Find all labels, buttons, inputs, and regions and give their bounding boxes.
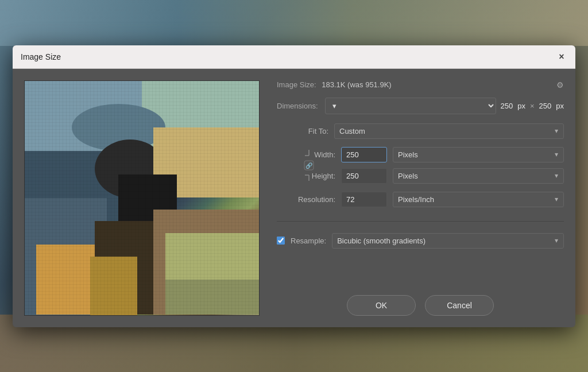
dimensions-dropdown[interactable]: ▾	[325, 98, 496, 114]
resolution-row: Resolution: Pixels/Inch Pixels/Centimete…	[295, 192, 564, 207]
dim-width-value: 250	[501, 102, 513, 110]
dim-separator: ×	[530, 102, 535, 110]
pixel-overlay	[25, 81, 259, 315]
fit-to-row: Fit To: Custom Original Size Screen Reso…	[277, 123, 564, 139]
button-row: OK Cancel	[277, 289, 564, 316]
width-unit-select[interactable]: Pixels Inches Centimeters Millimeters Po…	[393, 147, 564, 162]
resolution-label: Resolution:	[295, 195, 335, 204]
height-row: Height: Pixels Inches Centimeters Millim…	[277, 168, 564, 184]
link-icon[interactable]: 🔗	[303, 150, 315, 181]
width-label: Width:	[295, 150, 335, 159]
dimensions-row: Dimensions: ▾ 250 px × 250 px	[277, 98, 564, 114]
resample-checkbox[interactable]	[277, 237, 285, 245]
link-icon-container: 🔗	[303, 150, 315, 181]
resample-method-wrapper: Automatic Preserve Details (enlargement)…	[332, 233, 564, 249]
settings-icon[interactable]: ⚙	[556, 80, 564, 90]
controls-panel: Image Size: 183.1K (was 951.9K) ⚙ Dimens…	[277, 80, 564, 316]
divider	[277, 221, 564, 222]
ok-button[interactable]: OK	[347, 295, 416, 316]
height-input[interactable]	[341, 168, 387, 184]
resample-row: Resample: Automatic Preserve Details (en…	[277, 233, 564, 249]
fit-to-label: Fit To:	[277, 127, 328, 135]
image-size-info: Image Size: 183.1K (was 951.9K)	[277, 80, 392, 89]
image-size-dialog: Image Size ×	[13, 45, 575, 327]
image-size-row: Image Size: 183.1K (was 951.9K) ⚙	[277, 80, 564, 90]
wh-section: 🔗 Width: Pixels Inches Centimeters	[277, 147, 564, 184]
dialog-overlay: Image Size ×	[0, 0, 588, 372]
height-unit-wrapper: Pixels Inches Centimeters Millimeters Po…	[393, 168, 564, 184]
close-button[interactable]: ×	[556, 51, 567, 63]
dim-height-unit: px	[556, 102, 564, 110]
width-row: Width: Pixels Inches Centimeters Millime…	[277, 147, 564, 162]
dialog-titlebar: Image Size ×	[13, 45, 575, 69]
resample-method-select[interactable]: Automatic Preserve Details (enlargement)…	[332, 233, 564, 249]
width-unit-wrapper: Pixels Inches Centimeters Millimeters Po…	[393, 147, 564, 162]
dim-width-unit: px	[517, 102, 525, 110]
fit-to-select-wrapper: Custom Original Size Screen Resolution 7…	[334, 123, 564, 139]
cancel-button[interactable]: Cancel	[425, 295, 494, 316]
width-input[interactable]	[341, 147, 387, 162]
resample-label: Resample:	[291, 237, 326, 245]
resolution-unit-select[interactable]: Pixels/Inch Pixels/Centimeter	[393, 192, 564, 207]
resolution-input[interactable]	[341, 192, 387, 207]
height-label: Height:	[295, 172, 335, 180]
image-size-label: Image Size:	[277, 80, 316, 89]
svg-text:🔗: 🔗	[305, 162, 313, 169]
dialog-body: Image Size: 183.1K (was 951.9K) ⚙ Dimens…	[13, 69, 575, 327]
dimensions-label: Dimensions:	[277, 102, 318, 110]
height-unit-select[interactable]: Pixels Inches Centimeters Millimeters Po…	[393, 168, 564, 184]
resolution-unit-wrapper: Pixels/Inch Pixels/Centimeter	[393, 192, 564, 207]
image-preview[interactable]	[24, 80, 260, 316]
dialog-title: Image Size	[21, 52, 61, 61]
image-size-value: 183.1K (was 951.9K)	[322, 80, 391, 89]
preview-image	[25, 81, 259, 315]
fit-to-select[interactable]: Custom Original Size Screen Resolution 7…	[334, 123, 564, 139]
dim-height-value: 250	[539, 102, 552, 110]
